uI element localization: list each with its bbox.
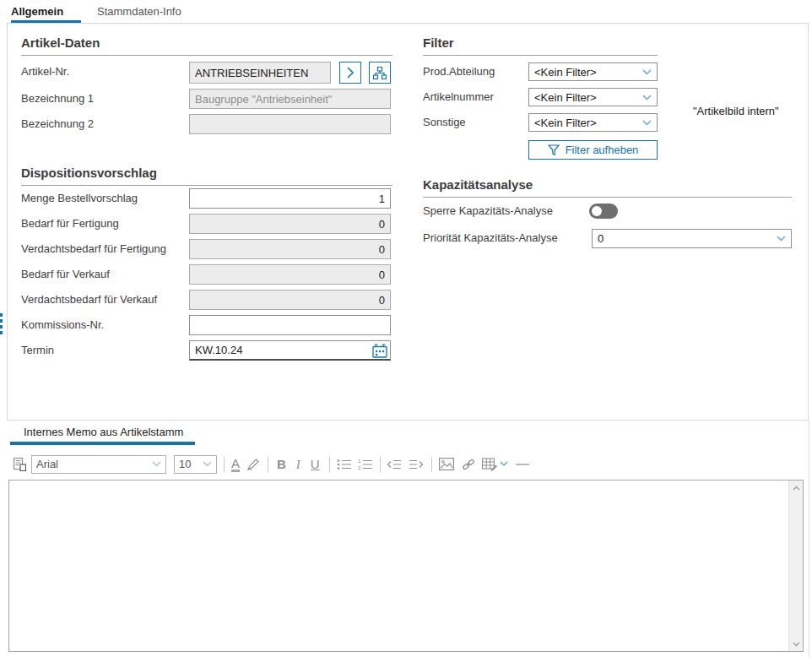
bedarf-verkauf-label: Bedarf für Verkauf [21,264,110,285]
highlight-pen-icon [246,458,260,470]
artikel-nr-label: Artikel-Nr. [21,62,69,82]
italic-button[interactable]: I [296,456,300,473]
open-artikel-button[interactable] [339,62,361,84]
outdent-icon [387,459,402,470]
tab-stammdaten-info[interactable]: Stammdaten-Info [97,5,181,18]
menge-bestellvorschlag-label: Menge Bestellvorschlag [21,188,138,209]
filter-heading: Filter [423,35,658,56]
verdachtsbedarf-fertigung-label: Verdachtsbedarf für Fertigung [21,239,166,259]
chevron-down-icon [777,236,786,242]
sonstige-value: <Kein Filter> [534,117,642,129]
allgemein-panel: Artikel-Daten Artikel-Nr. Bezeichnung 1 … [7,23,809,421]
memo-toolbar: Arial 10 A B I U 1 2 [8,450,804,478]
toolbar-separator [268,457,268,472]
dock-splitter-handle[interactable] [0,313,3,336]
outdent-button[interactable] [387,459,402,470]
prod-abteilung-value: <Kein Filter> [534,66,642,79]
bezeichnung1-field[interactable] [189,89,391,109]
sonstige-select[interactable]: <Kein Filter> [528,113,658,132]
paste-text-button[interactable] [12,457,26,471]
artikelbild-caption: "Artikelbild intern" [693,105,779,117]
verdachtsbedarf-verkauf-field[interactable] [189,290,391,310]
kommissions-nr-label: Kommissions-Nr. [21,315,104,335]
numbered-list-button[interactable]: 1 2 [358,459,373,470]
underline-button[interactable]: U [311,456,320,473]
chevron-right-icon [346,67,355,79]
image-icon [439,458,454,470]
font-family-value: Arial [36,458,152,470]
menge-bestellvorschlag-field[interactable] [189,188,391,209]
link-icon [461,459,476,470]
kapazitaetsanalyse-heading: Kapazitätsanalyse [423,177,792,198]
memo-scrollbar[interactable] [788,481,803,651]
insert-image-button[interactable] [439,458,454,470]
chevron-down-icon [642,120,652,126]
termin-field-wrapper [189,340,391,361]
svg-text:2: 2 [358,465,361,470]
chevron-down-icon [152,461,161,467]
bezeichnung1-label: Bezeichnung 1 [21,89,94,109]
chevron-down-icon [793,642,800,647]
bezeichnung2-field[interactable] [189,114,391,134]
bold-button[interactable]: B [277,456,286,473]
funnel-icon [548,144,560,156]
indent-button[interactable] [409,459,424,470]
indent-icon [409,459,424,470]
scroll-down-button[interactable] [789,637,804,651]
artikel-nr-field[interactable] [189,62,331,84]
font-color-button[interactable]: A [231,457,240,472]
bedarf-verkauf-field[interactable] [189,264,391,285]
artikelnummer-value: <Kein Filter> [534,91,642,104]
font-family-select[interactable]: Arial [31,455,166,474]
filter-aufheben-button[interactable]: Filter aufheben [528,140,658,160]
sperre-kapazitaets-analyse-toggle[interactable] [589,204,618,219]
dispositionsvorschlag-heading: Dispositionsvorschlag [21,166,392,186]
termin-label: Termin [21,340,54,361]
toolbar-separator [380,457,381,472]
table-edit-icon [482,458,498,471]
sonstige-label: Sonstige [423,112,466,133]
tab-internes-memo[interactable]: Internes Memo aus Artikelstamm [24,426,183,438]
memo-content[interactable] [9,481,788,651]
hierarchy-icon [373,67,387,79]
highlight-color-button[interactable] [246,458,260,470]
prioritaet-value: 0 [598,232,777,245]
table-edit-button[interactable] [482,458,498,471]
memo-editor [8,480,804,652]
prod-abteilung-label: Prod.Abteilung [423,62,495,82]
bullet-list-icon [337,459,352,470]
font-size-value: 10 [179,458,203,470]
insert-link-button[interactable] [461,459,476,470]
bezeichnung2-label: Bezeichnung 2 [21,114,94,134]
font-size-select[interactable]: 10 [174,455,217,474]
filter-aufheben-label: Filter aufheben [566,144,639,156]
memo-tab-indicator [10,442,195,445]
hierarchy-button[interactable] [369,62,391,84]
termin-field[interactable] [189,340,391,361]
window-right-border [809,421,809,657]
prod-abteilung-select[interactable]: <Kein Filter> [528,62,658,81]
artikel-daten-heading: Artikel-Daten [21,35,392,56]
sperre-kapazitaets-analyse-label: Sperre Kapazitäts-Analyse [423,201,553,221]
bullet-list-button[interactable] [337,459,352,470]
tab-allgemein[interactable]: Allgemein [11,5,63,18]
chevron-down-icon [642,69,652,75]
toolbar-separator [329,457,330,472]
scroll-up-button[interactable] [789,481,804,495]
svg-text:1: 1 [358,459,361,464]
toolbar-separator [431,457,432,472]
horizontal-rule-icon [516,463,529,466]
prioritaet-kapazitaets-analyse-select[interactable]: 0 [592,229,792,248]
table-menu-button[interactable] [500,461,508,467]
bedarf-fertigung-field[interactable] [189,214,391,234]
calendar-icon[interactable] [372,344,387,358]
bedarf-fertigung-label: Bedarf für Fertigung [21,214,119,234]
artikelnummer-select[interactable]: <Kein Filter> [528,88,658,106]
artikelnummer-label: Artikelnummer [423,87,494,107]
toolbar-separator [224,457,225,472]
horizontal-rule-button[interactable] [516,463,529,466]
verdachtsbedarf-fertigung-field[interactable] [189,239,391,259]
kommissions-nr-field[interactable] [189,315,391,335]
chevron-down-icon [642,95,652,100]
prioritaet-kapazitaets-analyse-label: Priorität Kapazitäts-Analyse [423,228,558,248]
